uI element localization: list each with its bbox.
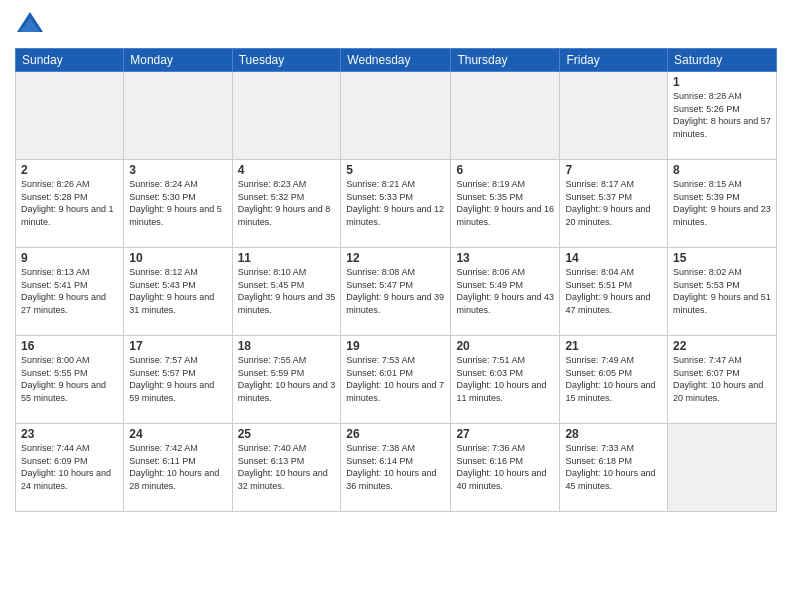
day-number: 13 — [456, 251, 554, 265]
day-number: 25 — [238, 427, 336, 441]
calendar-cell: 24Sunrise: 7:42 AM Sunset: 6:11 PM Dayli… — [124, 424, 232, 512]
calendar-cell: 17Sunrise: 7:57 AM Sunset: 5:57 PM Dayli… — [124, 336, 232, 424]
day-number: 27 — [456, 427, 554, 441]
calendar-cell — [124, 72, 232, 160]
day-number: 20 — [456, 339, 554, 353]
calendar-cell: 1Sunrise: 8:28 AM Sunset: 5:26 PM Daylig… — [668, 72, 777, 160]
day-info: Sunrise: 7:33 AM Sunset: 6:18 PM Dayligh… — [565, 442, 662, 492]
calendar-cell: 28Sunrise: 7:33 AM Sunset: 6:18 PM Dayli… — [560, 424, 668, 512]
day-info: Sunrise: 7:42 AM Sunset: 6:11 PM Dayligh… — [129, 442, 226, 492]
day-number: 6 — [456, 163, 554, 177]
header-wednesday: Wednesday — [341, 49, 451, 72]
calendar-cell: 20Sunrise: 7:51 AM Sunset: 6:03 PM Dayli… — [451, 336, 560, 424]
week-row-2: 2Sunrise: 8:26 AM Sunset: 5:28 PM Daylig… — [16, 160, 777, 248]
calendar-cell: 16Sunrise: 8:00 AM Sunset: 5:55 PM Dayli… — [16, 336, 124, 424]
week-row-5: 23Sunrise: 7:44 AM Sunset: 6:09 PM Dayli… — [16, 424, 777, 512]
day-info: Sunrise: 8:06 AM Sunset: 5:49 PM Dayligh… — [456, 266, 554, 316]
calendar-cell — [668, 424, 777, 512]
day-number: 24 — [129, 427, 226, 441]
day-info: Sunrise: 8:21 AM Sunset: 5:33 PM Dayligh… — [346, 178, 445, 228]
calendar-cell: 11Sunrise: 8:10 AM Sunset: 5:45 PM Dayli… — [232, 248, 341, 336]
day-info: Sunrise: 8:26 AM Sunset: 5:28 PM Dayligh… — [21, 178, 118, 228]
calendar-cell: 10Sunrise: 8:12 AM Sunset: 5:43 PM Dayli… — [124, 248, 232, 336]
calendar-cell: 3Sunrise: 8:24 AM Sunset: 5:30 PM Daylig… — [124, 160, 232, 248]
header-friday: Friday — [560, 49, 668, 72]
day-number: 21 — [565, 339, 662, 353]
day-number: 19 — [346, 339, 445, 353]
calendar-cell: 27Sunrise: 7:36 AM Sunset: 6:16 PM Dayli… — [451, 424, 560, 512]
day-number: 9 — [21, 251, 118, 265]
header-thursday: Thursday — [451, 49, 560, 72]
day-info: Sunrise: 7:44 AM Sunset: 6:09 PM Dayligh… — [21, 442, 118, 492]
header — [15, 10, 777, 40]
calendar-cell: 7Sunrise: 8:17 AM Sunset: 5:37 PM Daylig… — [560, 160, 668, 248]
day-info: Sunrise: 8:00 AM Sunset: 5:55 PM Dayligh… — [21, 354, 118, 404]
day-info: Sunrise: 7:36 AM Sunset: 6:16 PM Dayligh… — [456, 442, 554, 492]
day-info: Sunrise: 7:57 AM Sunset: 5:57 PM Dayligh… — [129, 354, 226, 404]
day-number: 14 — [565, 251, 662, 265]
day-number: 18 — [238, 339, 336, 353]
day-number: 17 — [129, 339, 226, 353]
week-row-3: 9Sunrise: 8:13 AM Sunset: 5:41 PM Daylig… — [16, 248, 777, 336]
week-row-1: 1Sunrise: 8:28 AM Sunset: 5:26 PM Daylig… — [16, 72, 777, 160]
day-info: Sunrise: 8:23 AM Sunset: 5:32 PM Dayligh… — [238, 178, 336, 228]
day-number: 15 — [673, 251, 771, 265]
calendar-cell: 8Sunrise: 8:15 AM Sunset: 5:39 PM Daylig… — [668, 160, 777, 248]
day-info: Sunrise: 7:40 AM Sunset: 6:13 PM Dayligh… — [238, 442, 336, 492]
calendar-cell — [16, 72, 124, 160]
calendar-cell — [451, 72, 560, 160]
calendar-cell: 15Sunrise: 8:02 AM Sunset: 5:53 PM Dayli… — [668, 248, 777, 336]
calendar-cell: 18Sunrise: 7:55 AM Sunset: 5:59 PM Dayli… — [232, 336, 341, 424]
logo — [15, 10, 49, 40]
day-info: Sunrise: 7:51 AM Sunset: 6:03 PM Dayligh… — [456, 354, 554, 404]
day-number: 1 — [673, 75, 771, 89]
day-number: 8 — [673, 163, 771, 177]
calendar-cell: 14Sunrise: 8:04 AM Sunset: 5:51 PM Dayli… — [560, 248, 668, 336]
day-info: Sunrise: 8:19 AM Sunset: 5:35 PM Dayligh… — [456, 178, 554, 228]
header-sunday: Sunday — [16, 49, 124, 72]
header-saturday: Saturday — [668, 49, 777, 72]
day-info: Sunrise: 8:13 AM Sunset: 5:41 PM Dayligh… — [21, 266, 118, 316]
day-info: Sunrise: 7:38 AM Sunset: 6:14 PM Dayligh… — [346, 442, 445, 492]
calendar-cell — [560, 72, 668, 160]
calendar-cell: 19Sunrise: 7:53 AM Sunset: 6:01 PM Dayli… — [341, 336, 451, 424]
calendar-cell: 23Sunrise: 7:44 AM Sunset: 6:09 PM Dayli… — [16, 424, 124, 512]
calendar-cell — [232, 72, 341, 160]
calendar-cell: 5Sunrise: 8:21 AM Sunset: 5:33 PM Daylig… — [341, 160, 451, 248]
day-info: Sunrise: 8:15 AM Sunset: 5:39 PM Dayligh… — [673, 178, 771, 228]
calendar-table: Sunday Monday Tuesday Wednesday Thursday… — [15, 48, 777, 512]
day-number: 26 — [346, 427, 445, 441]
day-number: 4 — [238, 163, 336, 177]
day-info: Sunrise: 8:04 AM Sunset: 5:51 PM Dayligh… — [565, 266, 662, 316]
day-number: 12 — [346, 251, 445, 265]
day-info: Sunrise: 8:02 AM Sunset: 5:53 PM Dayligh… — [673, 266, 771, 316]
day-info: Sunrise: 8:24 AM Sunset: 5:30 PM Dayligh… — [129, 178, 226, 228]
day-info: Sunrise: 8:17 AM Sunset: 5:37 PM Dayligh… — [565, 178, 662, 228]
calendar-cell: 13Sunrise: 8:06 AM Sunset: 5:49 PM Dayli… — [451, 248, 560, 336]
calendar-cell: 4Sunrise: 8:23 AM Sunset: 5:32 PM Daylig… — [232, 160, 341, 248]
header-monday: Monday — [124, 49, 232, 72]
day-info: Sunrise: 8:12 AM Sunset: 5:43 PM Dayligh… — [129, 266, 226, 316]
day-info: Sunrise: 8:10 AM Sunset: 5:45 PM Dayligh… — [238, 266, 336, 316]
calendar-cell: 26Sunrise: 7:38 AM Sunset: 6:14 PM Dayli… — [341, 424, 451, 512]
day-info: Sunrise: 7:47 AM Sunset: 6:07 PM Dayligh… — [673, 354, 771, 404]
day-number: 10 — [129, 251, 226, 265]
calendar-cell: 21Sunrise: 7:49 AM Sunset: 6:05 PM Dayli… — [560, 336, 668, 424]
day-number: 16 — [21, 339, 118, 353]
calendar-cell: 22Sunrise: 7:47 AM Sunset: 6:07 PM Dayli… — [668, 336, 777, 424]
logo-icon — [15, 10, 45, 40]
day-number: 23 — [21, 427, 118, 441]
day-number: 11 — [238, 251, 336, 265]
day-number: 5 — [346, 163, 445, 177]
day-info: Sunrise: 8:28 AM Sunset: 5:26 PM Dayligh… — [673, 90, 771, 140]
day-info: Sunrise: 7:55 AM Sunset: 5:59 PM Dayligh… — [238, 354, 336, 404]
day-number: 28 — [565, 427, 662, 441]
weekday-header-row: Sunday Monday Tuesday Wednesday Thursday… — [16, 49, 777, 72]
week-row-4: 16Sunrise: 8:00 AM Sunset: 5:55 PM Dayli… — [16, 336, 777, 424]
day-number: 3 — [129, 163, 226, 177]
calendar-cell: 9Sunrise: 8:13 AM Sunset: 5:41 PM Daylig… — [16, 248, 124, 336]
day-info: Sunrise: 7:53 AM Sunset: 6:01 PM Dayligh… — [346, 354, 445, 404]
calendar-cell — [341, 72, 451, 160]
calendar-cell: 2Sunrise: 8:26 AM Sunset: 5:28 PM Daylig… — [16, 160, 124, 248]
day-info: Sunrise: 8:08 AM Sunset: 5:47 PM Dayligh… — [346, 266, 445, 316]
